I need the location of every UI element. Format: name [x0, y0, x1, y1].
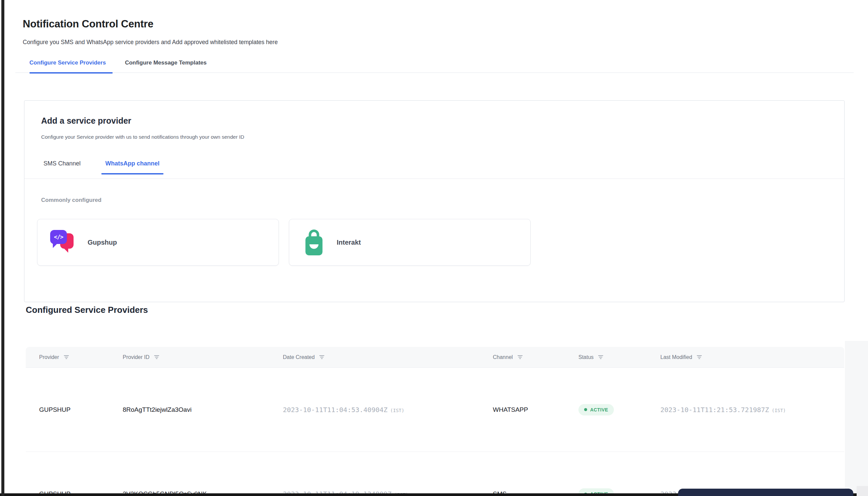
page-subtitle: Configure you SMS and WhatsApp service p… — [23, 39, 278, 46]
configured-providers-heading: Configured Service Providers — [26, 305, 148, 315]
tab-configure-service-providers[interactable]: Configure Service Providers — [29, 60, 106, 74]
gupshup-chat-bubbles-icon: </> — [50, 228, 77, 257]
tab-whatsapp-channel[interactable]: WhatsApp channel — [101, 158, 164, 174]
column-header-last-modified: Last Modified — [647, 354, 844, 360]
column-header-date-created: Date Created — [270, 354, 479, 360]
status-dot-icon — [584, 408, 587, 411]
bottom-right-corner — [857, 486, 868, 496]
cell-status: ACTIVE — [565, 404, 647, 416]
page-title: Notification Control Centre — [23, 18, 153, 30]
gupshup-purple-bubble: </> — [50, 230, 67, 244]
code-glyph: </> — [54, 234, 63, 240]
commonly-configured-label: Commonly configured — [41, 197, 101, 204]
provider-name: Interakt — [337, 239, 361, 246]
channel-tabs-divider — [25, 179, 844, 179]
filter-icon[interactable] — [64, 355, 69, 359]
status-badge: ACTIVE — [578, 404, 614, 416]
cell-date-created: 2023-10-11T11:04:53.40904Z(IST) — [270, 406, 479, 414]
filter-icon[interactable] — [319, 355, 324, 359]
timezone-label: (IST) — [772, 408, 786, 413]
column-header-provider-id: Provider ID — [109, 354, 270, 360]
notification-control-centre-page: Notification Control Centre Configure yo… — [0, 0, 868, 496]
tab-configure-message-templates[interactable]: Configure Message Templates — [125, 60, 207, 74]
cell-channel: WHATSAPP — [479, 406, 565, 414]
filter-icon[interactable] — [598, 355, 603, 359]
card-heading: Add a service provider — [41, 116, 132, 126]
filter-icon[interactable] — [154, 355, 159, 359]
column-header-channel: Channel — [479, 354, 565, 360]
table-row[interactable]: GUPSHUP 8RoAgTTt2iejwlZa3Oavi 2023-10-11… — [26, 368, 844, 452]
cell-last-modified: 2023-10-11T11:21:53.721987Z(IST) — [647, 406, 844, 414]
add-service-provider-card: Add a service provider Configure your Se… — [24, 100, 844, 302]
main-tabbar: Configure Service Providers Configure Me… — [29, 60, 207, 74]
channel-tabbar: SMS Channel WhatsApp channel — [40, 158, 164, 174]
card-subheading: Configure your Service provider with us … — [41, 134, 244, 140]
tab-sms-channel[interactable]: SMS Channel — [40, 158, 85, 174]
bottom-widget-peek[interactable] — [678, 489, 853, 496]
timestamp: 2023-10-11T11:04:53.40904Z — [283, 406, 387, 414]
column-header-provider: Provider — [26, 354, 109, 360]
cell-provider-id: 8RoAgTTt2iejwlZa3Oavi — [109, 406, 270, 414]
right-gutter — [845, 341, 868, 496]
left-edge-strip — [1, 0, 4, 496]
status-label: ACTIVE — [590, 407, 608, 413]
provider-name: Gupshup — [88, 239, 117, 246]
interakt-bag-icon — [302, 228, 326, 257]
filter-icon[interactable] — [518, 355, 522, 359]
column-header-status: Status — [565, 354, 647, 360]
configured-providers-table: Provider Provider ID Date Created Channe… — [26, 347, 844, 496]
timestamp: 2023-10-11T11:21:53.721987Z — [660, 406, 769, 414]
filter-icon[interactable] — [697, 355, 702, 359]
provider-card-gupshup[interactable]: </> Gupshup — [37, 219, 279, 266]
timezone-label: (IST) — [390, 408, 404, 413]
provider-card-row: </> Gupshup Interakt — [37, 219, 531, 266]
provider-card-interakt[interactable]: Interakt — [289, 219, 531, 266]
cell-provider: GUPSHUP — [26, 406, 109, 414]
table-header-row: Provider Provider ID Date Created Channe… — [26, 347, 844, 368]
